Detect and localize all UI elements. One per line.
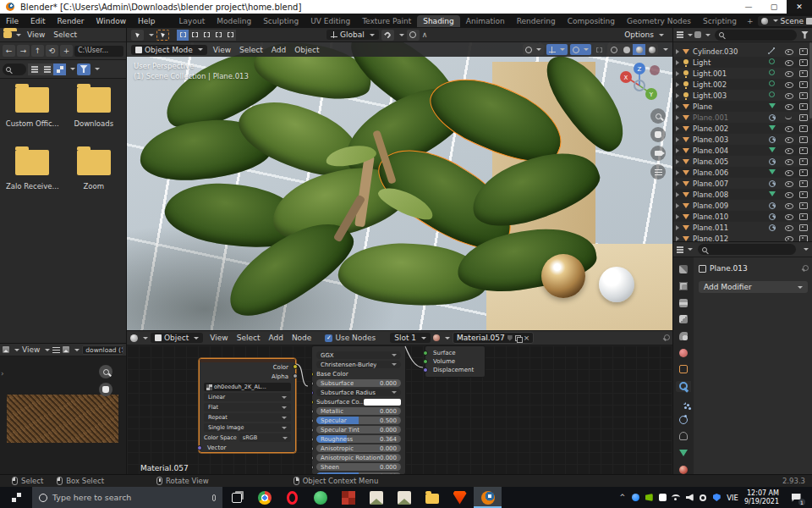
tray-icon[interactable]: [712, 494, 721, 502]
bsdf-property-row[interactable]: Anisotropic 0.000: [316, 444, 401, 452]
object-name[interactable]: Plane.001: [693, 113, 728, 122]
unlink-icon[interactable]: ×: [524, 334, 530, 342]
properties-tab[interactable]: [676, 347, 691, 358]
bsdf-property-row[interactable]: Christensen-Burley: [316, 361, 401, 368]
image-name-field[interactable]: download (1: [82, 345, 123, 355]
node-input[interactable]: Volume: [425, 357, 485, 366]
snap-button[interactable]: [381, 30, 394, 41]
outliner-row[interactable]: Plane.008: [673, 189, 812, 200]
proportional-edit-button[interactable]: [407, 30, 420, 41]
properties-tab[interactable]: [676, 281, 691, 292]
outliner-row[interactable]: Light.001: [673, 68, 812, 79]
outliner-row[interactable]: Plane.004: [673, 145, 812, 156]
taskbar-app-button[interactable]: [418, 487, 446, 508]
panel-toggle-chevron[interactable]: ›: [1, 369, 4, 378]
up-button[interactable]: ↑: [31, 45, 44, 57]
thumbnail-button[interactable]: [53, 64, 66, 75]
object-name[interactable]: Plane.009: [693, 202, 728, 210]
menu-item[interactable]: Select: [49, 30, 81, 39]
properties-tab[interactable]: [676, 381, 691, 392]
tray-icon[interactable]: [631, 494, 639, 502]
render-visibility-icon[interactable]: [799, 158, 807, 164]
render-visibility-icon[interactable]: [799, 48, 807, 54]
object-name[interactable]: Plane: [693, 102, 712, 111]
visibility-eye-icon[interactable]: [785, 69, 793, 78]
mode-dropdown[interactable]: Object Mode: [131, 45, 207, 55]
expand-arrow-icon[interactable]: [676, 71, 679, 76]
hidden-icons-chevron[interactable]: ^: [620, 494, 626, 501]
output-socket[interactable]: [293, 364, 298, 369]
object-name[interactable]: Plane.003: [693, 135, 728, 144]
visibility-eye-icon[interactable]: [785, 146, 793, 155]
menu-icon[interactable]: [52, 347, 60, 353]
filter-button[interactable]: [77, 64, 91, 75]
bsdf-property-row[interactable]: Specular Tint 0.000: [316, 426, 401, 433]
tray-icon[interactable]: [645, 494, 653, 502]
bsdf-property-row[interactable]: Metallic 0.000: [316, 407, 401, 415]
microphone-icon[interactable]: [212, 494, 216, 501]
outliner-row[interactable]: Plane.001: [673, 112, 812, 123]
language-indicator[interactable]: VIE: [727, 494, 738, 502]
properties-tab[interactable]: [676, 414, 691, 425]
render-visibility-icon[interactable]: [799, 103, 807, 109]
bsdf-property-row[interactable]: Subsurface 0.000: [316, 379, 401, 387]
workspace-tab[interactable]: Shading: [417, 15, 460, 27]
bsdf-property-row[interactable]: Base Color: [316, 370, 401, 378]
input-socket[interactable]: [311, 381, 314, 386]
expand-arrow-icon[interactable]: [676, 181, 679, 186]
vector-socket[interactable]: [197, 445, 202, 450]
render-visibility-icon[interactable]: [799, 224, 807, 230]
input-socket[interactable]: [423, 367, 428, 373]
visibility-eye-icon[interactable]: [785, 202, 793, 210]
node-dropdown[interactable]: Linear: [204, 393, 291, 401]
render-visibility-icon[interactable]: [799, 202, 807, 208]
menu-item[interactable]: Render: [52, 17, 91, 25]
folder-item[interactable]: Downloads: [67, 87, 122, 128]
render-visibility-icon[interactable]: [799, 136, 807, 142]
outliner-row[interactable]: Light.003: [673, 90, 812, 101]
horizontal-list-button[interactable]: [41, 64, 53, 75]
properties-tab[interactable]: [676, 448, 691, 459]
object-visibility-dropdown[interactable]: [523, 44, 544, 55]
pan-button[interactable]: [650, 127, 666, 142]
taskbar-app-button[interactable]: [222, 487, 250, 508]
expand-arrow-icon[interactable]: [676, 60, 679, 65]
expand-arrow-icon[interactable]: [676, 148, 679, 153]
workspace-tab[interactable]: Modeling: [211, 15, 257, 27]
node-canvas[interactable]: Color Alpha oh0eeduh_2K_AL... Linear Fla…: [127, 345, 672, 474]
image-view-menu[interactable]: View: [22, 345, 40, 354]
input-socket[interactable]: [311, 372, 314, 377]
object-name[interactable]: Plane.006: [693, 168, 728, 177]
select-intersect-button[interactable]: [224, 30, 236, 41]
vector-input[interactable]: Vector: [200, 444, 295, 452]
expand-arrow-icon[interactable]: [676, 49, 679, 54]
taskbar-app-button[interactable]: [306, 487, 334, 508]
expand-arrow-icon[interactable]: [676, 159, 679, 164]
expand-arrow-icon[interactable]: [676, 225, 679, 230]
zoom-button[interactable]: [650, 108, 666, 124]
object-name[interactable]: Cylinder.030: [693, 47, 738, 56]
object-name[interactable]: Plane.002: [693, 124, 728, 133]
input-socket[interactable]: [311, 465, 314, 470]
back-button[interactable]: ←: [3, 45, 15, 57]
color-swatch[interactable]: [364, 399, 401, 406]
outliner-editor-icon[interactable]: [677, 31, 683, 38]
workspace-tab[interactable]: Compositing: [562, 15, 621, 27]
outliner-row[interactable]: Plane.006: [673, 167, 812, 178]
tray-icon[interactable]: [672, 494, 680, 502]
chevron-down-icon[interactable]: [70, 68, 75, 70]
properties-tab[interactable]: [676, 331, 691, 342]
chevron-down-icon[interactable]: [804, 248, 809, 251]
visibility-eye-icon[interactable]: [785, 124, 793, 133]
render-visibility-icon[interactable]: [799, 125, 807, 131]
expand-arrow-icon[interactable]: [676, 170, 679, 175]
vertical-list-button[interactable]: [28, 64, 41, 75]
menu-item[interactable]: Object: [290, 46, 323, 54]
expand-arrow-icon[interactable]: [676, 137, 679, 142]
property-widget[interactable]: Subsurface Co...: [316, 398, 364, 406]
visibility-eye-icon[interactable]: [785, 179, 793, 188]
rendered-shading-button[interactable]: [645, 44, 658, 55]
render-visibility-icon[interactable]: [799, 180, 807, 186]
menu-item[interactable]: Add: [267, 46, 290, 54]
object-name[interactable]: Plane.007: [693, 179, 728, 188]
